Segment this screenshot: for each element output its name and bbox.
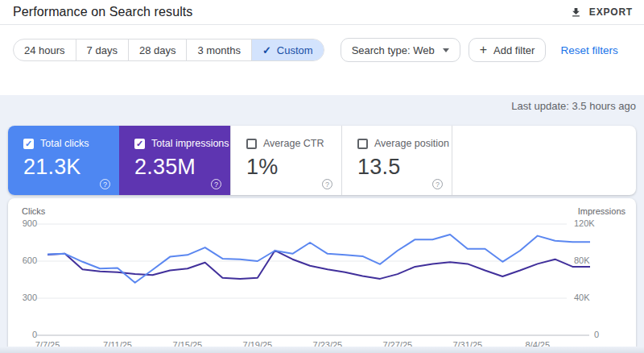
impressions-line[interactable]: [47, 251, 590, 279]
total-clicks-checkbox[interactable]: ✓: [23, 139, 34, 149]
check-icon: ✓: [262, 44, 271, 56]
metric-label: Average CTR: [263, 138, 324, 149]
export-button[interactable]: EXPORT: [570, 6, 633, 19]
y-axis-tick-label: 80K: [574, 255, 590, 266]
range-7-days-button[interactable]: 7 days: [76, 39, 129, 60]
search-type-label: Search type: Web: [352, 44, 435, 56]
help-icon[interactable]: ?: [100, 179, 110, 189]
check-icon: ✓: [25, 139, 32, 148]
page-title: Performance on Search results: [13, 5, 570, 19]
metric-value: 13.5: [357, 155, 452, 180]
metric-label: Total clicks: [40, 138, 89, 149]
page-header: Performance on Search results EXPORT: [0, 0, 644, 25]
content-area: 24 hours 7 days 28 days 3 months ✓ Custo…: [0, 25, 644, 353]
help-icon[interactable]: ?: [432, 179, 443, 189]
search-type-dropdown[interactable]: Search type: Web: [341, 38, 460, 62]
reset-filters-link[interactable]: Reset filters: [560, 44, 617, 56]
y-axis-tick-label: 600: [8, 255, 37, 266]
y-axis-tick-label: 0: [8, 330, 37, 340]
metric-card-total-impressions[interactable]: ✓ Total impressions 2.35M ?: [119, 126, 230, 195]
chart-plot[interactable]: [8, 198, 636, 353]
download-icon: [570, 6, 582, 19]
chevron-down-icon: [443, 48, 449, 52]
y-axis-tick-label: 120K: [574, 218, 595, 229]
range-28-days-button[interactable]: 28 days: [129, 39, 188, 60]
y-axis-tick-label: 300: [8, 293, 37, 303]
y-axis-tick-label: 900: [8, 218, 37, 229]
help-icon[interactable]: ?: [322, 179, 332, 189]
date-range-selector: 24 hours 7 days 28 days 3 months ✓ Custo…: [13, 39, 324, 61]
y-axis-tick-label: 0: [594, 330, 599, 340]
metrics-panel: ✓ Total clicks 21.3K ? ✓ Total impressio…: [8, 126, 636, 195]
metric-value: 1%: [246, 155, 341, 180]
plus-icon: +: [480, 44, 487, 56]
page-bottom-edge: [0, 347, 644, 353]
metric-card-average-position[interactable]: Average position 13.5 ?: [341, 126, 452, 195]
average-position-checkbox[interactable]: [357, 139, 368, 149]
metric-value: 21.3K: [23, 155, 119, 180]
range-3-months-button[interactable]: 3 months: [187, 39, 251, 60]
range-custom-label: Custom: [277, 44, 313, 56]
metric-label: Total impressions: [151, 138, 229, 149]
performance-chart[interactable]: Clicks Impressions 9006003000120K80K40K0…: [8, 198, 636, 353]
total-impressions-checkbox[interactable]: ✓: [134, 139, 145, 149]
metric-card-average-ctr[interactable]: Average CTR 1% ?: [230, 126, 341, 195]
average-ctr-checkbox[interactable]: [246, 139, 257, 149]
metric-value: 2.35M: [134, 155, 230, 180]
search-console-performance-page: Performance on Search results EXPORT 24 …: [0, 0, 644, 353]
filter-bar: 24 hours 7 days 28 days 3 months ✓ Custo…: [13, 38, 631, 62]
add-filter-label: Add filter: [493, 44, 535, 56]
range-24-hours-button[interactable]: 24 hours: [14, 39, 76, 60]
clicks-line[interactable]: [47, 235, 590, 283]
export-label: EXPORT: [589, 6, 633, 18]
last-update-text: Last update: 3.5 hours ago: [511, 100, 636, 112]
range-custom-button[interactable]: ✓ Custom: [252, 39, 324, 60]
add-filter-button[interactable]: + Add filter: [469, 38, 547, 62]
check-icon: ✓: [136, 139, 143, 148]
y-axis-tick-label: 40K: [574, 293, 590, 303]
metric-card-total-clicks[interactable]: ✓ Total clicks 21.3K ?: [8, 126, 119, 195]
help-icon[interactable]: ?: [211, 179, 221, 189]
metric-label: Average position: [374, 138, 449, 149]
